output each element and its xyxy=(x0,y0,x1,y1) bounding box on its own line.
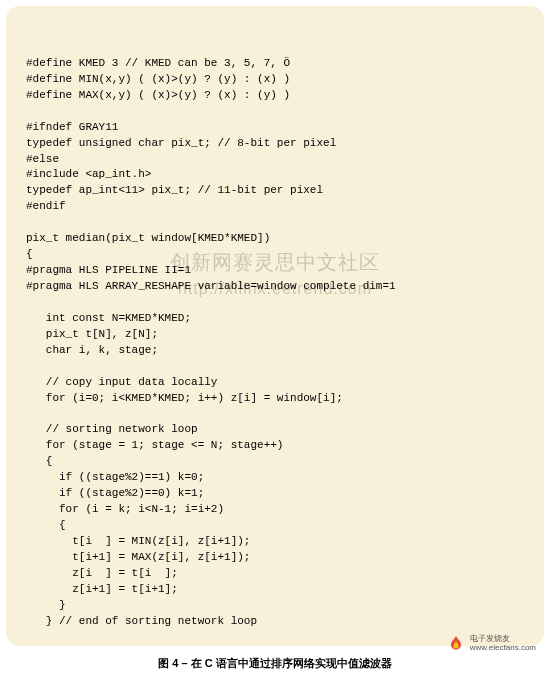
site-logo: 电子发烧友 www.elecfans.com xyxy=(446,634,536,654)
flame-icon xyxy=(446,634,466,654)
logo-text: 电子发烧友 www.elecfans.com xyxy=(470,635,536,653)
code-listing: #define KMED 3 // KMED can be 3, 5, 7, Ö… xyxy=(6,6,544,646)
code-text: #define KMED 3 // KMED can be 3, 5, 7, Ö… xyxy=(26,56,524,646)
logo-url: www.elecfans.com xyxy=(470,644,536,653)
figure-caption: 图 4 – 在 C 语言中通过排序网络实现中值滤波器 xyxy=(6,656,544,672)
